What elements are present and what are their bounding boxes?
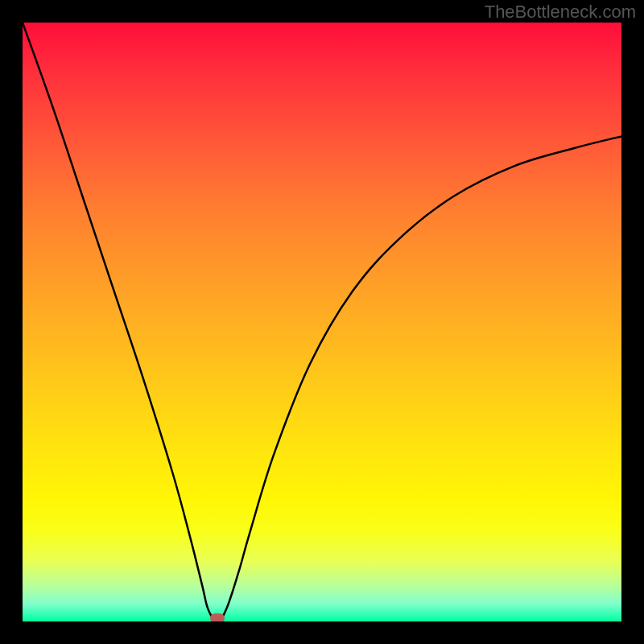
bottleneck-curve [23,23,621,621]
optimal-point-marker [210,613,225,621]
plot-area [23,23,621,621]
attribution-watermark: TheBottleneck.com [485,2,636,23]
